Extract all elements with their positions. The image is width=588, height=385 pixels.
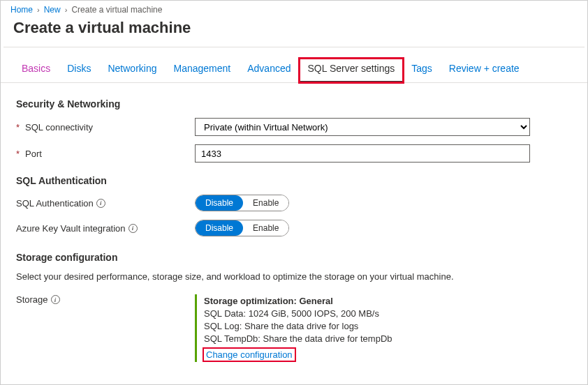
tab-bar: Basics Disks Networking Management Advan… bbox=[1, 47, 587, 83]
required-icon: * bbox=[16, 122, 20, 133]
info-icon[interactable]: i bbox=[96, 199, 105, 208]
label-port: * Port bbox=[16, 149, 195, 159]
storage-log-line: SQL Log: Share the data drive for logs bbox=[204, 320, 530, 333]
akv-toggle[interactable]: Disable Enable bbox=[195, 220, 289, 236]
port-input[interactable] bbox=[195, 144, 530, 163]
breadcrumb-home[interactable]: Home bbox=[10, 5, 33, 15]
info-icon[interactable]: i bbox=[51, 295, 60, 304]
chevron-right-icon: › bbox=[37, 6, 40, 14]
breadcrumb-current: Create a virtual machine bbox=[71, 5, 162, 15]
storage-tempdb-line: SQL TempDb: Share the data drive for tem… bbox=[204, 333, 530, 345]
storage-summary: Storage optimization: General SQL Data: … bbox=[195, 294, 530, 362]
tab-disks[interactable]: Disks bbox=[59, 59, 99, 82]
akv-enable[interactable]: Enable bbox=[243, 220, 288, 236]
page-title: Create a virtual machine bbox=[1, 16, 587, 47]
tab-tags[interactable]: Tags bbox=[403, 59, 441, 82]
section-sql-authentication: SQL Authentication bbox=[16, 175, 572, 186]
storage-data-line: SQL Data: 1024 GiB, 5000 IOPS, 200 MB/s bbox=[204, 308, 530, 320]
storage-description: Select your desired performance, storage… bbox=[16, 271, 572, 282]
sql-auth-toggle[interactable]: Disable Enable bbox=[195, 195, 289, 211]
sql-auth-disable[interactable]: Disable bbox=[196, 195, 243, 211]
section-storage-configuration: Storage configuration bbox=[16, 252, 572, 263]
tab-sql-server-settings[interactable]: SQL Server settings bbox=[300, 59, 404, 82]
tab-management[interactable]: Management bbox=[166, 59, 240, 82]
akv-disable[interactable]: Disable bbox=[196, 220, 243, 236]
change-configuration-link[interactable]: Change configuration bbox=[204, 349, 295, 361]
tab-basics[interactable]: Basics bbox=[13, 59, 59, 82]
label-akv-integration: Azure Key Vault integration i bbox=[16, 223, 195, 234]
section-security-networking: Security & Networking bbox=[16, 98, 572, 110]
required-icon: * bbox=[16, 149, 20, 159]
tab-review-create[interactable]: Review + create bbox=[441, 59, 528, 82]
tab-advanced[interactable]: Advanced bbox=[239, 59, 299, 82]
sql-auth-enable[interactable]: Enable bbox=[243, 195, 288, 211]
breadcrumb: Home › New › Create a virtual machine bbox=[1, 1, 587, 16]
label-sql-connectivity: * SQL connectivity bbox=[16, 122, 195, 133]
label-sql-authentication: SQL Authentication i bbox=[16, 198, 195, 209]
info-icon[interactable]: i bbox=[128, 224, 138, 233]
storage-optimization-head: Storage optimization: General bbox=[204, 296, 530, 306]
chevron-right-icon: › bbox=[65, 6, 68, 14]
tab-networking[interactable]: Networking bbox=[99, 59, 165, 82]
breadcrumb-new[interactable]: New bbox=[44, 5, 61, 15]
sql-connectivity-select[interactable]: Private (within Virtual Network) bbox=[195, 118, 530, 136]
label-storage: Storage i bbox=[16, 294, 195, 305]
